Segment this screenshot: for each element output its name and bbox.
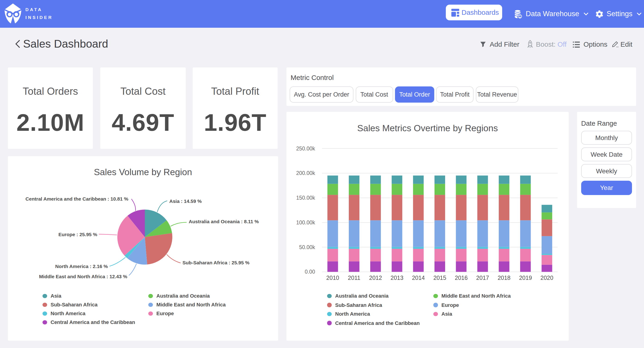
svg-text:2010: 2010 (326, 274, 339, 281)
svg-text:2019: 2019 (519, 274, 532, 281)
svg-text:150.00k: 150.00k (296, 195, 315, 201)
svg-text:2017: 2017 (476, 274, 489, 281)
svg-text:2018: 2018 (498, 274, 510, 281)
svg-text:2020: 2020 (540, 274, 554, 281)
svg-text:2013: 2013 (390, 274, 404, 281)
svg-text:2015: 2015 (433, 274, 446, 281)
svg-text:2016: 2016 (455, 274, 468, 281)
svg-text:200.00k: 200.00k (296, 170, 315, 176)
svg-text:50.00k: 50.00k (299, 244, 315, 250)
svg-text:2014: 2014 (412, 274, 425, 281)
svg-text:2012: 2012 (369, 274, 382, 281)
svg-text:2011: 2011 (348, 274, 360, 281)
svg-text:250.00k: 250.00k (296, 146, 315, 152)
svg-text:0.00: 0.00 (305, 269, 315, 275)
svg-text:100.00k: 100.00k (296, 219, 315, 225)
